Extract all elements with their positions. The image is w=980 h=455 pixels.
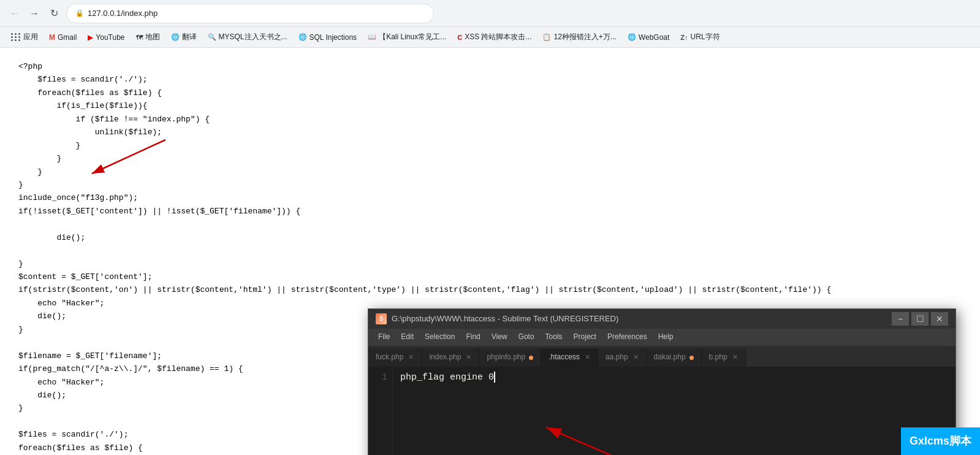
tab-fuck-php-label: fuck.php: [376, 351, 403, 363]
mysql-icon: 🔍: [208, 33, 216, 41]
mysql-label: MYSQL注入天书之...: [219, 32, 287, 42]
line-number-1: 1: [373, 370, 387, 384]
code-text: php_flag engine 0: [400, 372, 494, 383]
tab-fuck-php[interactable]: fuck.php ✕: [368, 348, 422, 367]
youtube-icon: ▶: [88, 33, 93, 42]
bookmark-url[interactable]: Z↑ URL字符: [675, 29, 724, 45]
tab-phpinfo-php-label: phpinfo.php: [487, 351, 525, 363]
main-content: <?php $files = scandir('./'); foreach($f…: [0, 48, 980, 455]
menu-help[interactable]: Help: [653, 329, 678, 345]
gxlcms-badge-text: Gxlcms脚本: [910, 435, 971, 447]
bookmark-translate[interactable]: 🌐 翻译: [166, 29, 202, 45]
sqlerror-label: 12种报错注入+万...: [553, 32, 616, 42]
bookmark-sqlerror[interactable]: 📋 12种报错注入+万...: [537, 29, 621, 45]
code-line-1: php_flag engine 0: [400, 372, 495, 383]
menu-project[interactable]: Project: [569, 329, 601, 345]
gmail-label: Gmail: [58, 33, 77, 42]
bookmark-sqlinjections[interactable]: 🌐 SQL Injections: [294, 31, 362, 44]
tab-htaccess-label: .htaccess: [549, 351, 580, 363]
close-button[interactable]: ✕: [931, 312, 948, 326]
menu-edit[interactable]: Edit: [396, 329, 419, 345]
bookmark-youtube[interactable]: ▶ YouTube: [83, 31, 129, 44]
webgoat-icon: 🌐: [628, 33, 636, 41]
address-bar[interactable]: 🔒 127.0.0.1/index.php: [66, 4, 434, 23]
apps-grid-icon: [11, 33, 21, 41]
menu-goto[interactable]: Goto: [514, 329, 539, 345]
tab-phpinfo-modified-dot: [529, 356, 533, 360]
sql-icon: 🌐: [298, 33, 307, 41]
bookmark-mysql[interactable]: 🔍 MYSQL注入天书之...: [203, 29, 292, 45]
back-button[interactable]: ←: [6, 5, 23, 22]
bookmark-maps[interactable]: 🗺 地图: [131, 29, 165, 45]
menu-view[interactable]: View: [487, 329, 512, 345]
sublime-logo-icon: S: [376, 313, 387, 324]
tab-fuck-php-close[interactable]: ✕: [408, 352, 414, 363]
minimize-button[interactable]: −: [892, 312, 909, 326]
sql-label: SQL Injections: [310, 33, 357, 42]
tab-htaccess[interactable]: .htaccess ✕: [541, 348, 598, 367]
tab-aa-php-label: aa.php: [606, 351, 628, 363]
tab-b-php-label: b.php: [709, 351, 727, 363]
youtube-label: YouTube: [96, 33, 124, 42]
bookmark-gmail[interactable]: M Gmail: [44, 31, 82, 44]
translate-label: 翻译: [182, 32, 197, 42]
maps-label: 地图: [145, 32, 160, 42]
sublime-menubar: File Edit Selection Find View Goto Tools…: [368, 329, 955, 346]
xss-icon: C: [457, 34, 462, 41]
apps-label: 应用: [23, 32, 38, 42]
url-label: URL字符: [691, 32, 720, 42]
maximize-button[interactable]: ☐: [911, 312, 929, 326]
kali-label: 【Kali Linux常见工...: [379, 32, 446, 42]
bookmarks-bar: 应用 M Gmail ▶ YouTube 🗺 地图 🌐 翻译 🔍 MYSQL注入…: [0, 27, 980, 48]
tab-index-php-close[interactable]: ✕: [466, 352, 471, 363]
browser-toolbar: ← → ↻ 🔒 127.0.0.1/index.php: [0, 0, 980, 27]
tab-b-php[interactable]: b.php ✕: [702, 348, 746, 367]
xss-label: XSS 跨站脚本攻击...: [465, 32, 531, 42]
maps-icon: 🗺: [136, 34, 143, 41]
tab-aa-php[interactable]: aa.php ✕: [598, 348, 647, 367]
tab-index-php[interactable]: index.php ✕: [422, 348, 479, 367]
url-text: 127.0.0.1/index.php: [88, 9, 158, 18]
menu-file[interactable]: File: [373, 329, 395, 345]
bookmark-webgoat[interactable]: 🌐 WebGoat: [623, 31, 674, 44]
menu-find[interactable]: Find: [461, 329, 485, 345]
lock-icon: 🔒: [75, 9, 84, 17]
tab-dakai-php-label: dakai.php: [654, 351, 686, 363]
sqlerror-icon: 📋: [542, 33, 551, 41]
apps-icon-button[interactable]: 应用: [6, 29, 43, 45]
text-cursor: [494, 372, 495, 383]
menu-tools[interactable]: Tools: [541, 329, 568, 345]
kali-icon: 📖: [368, 33, 376, 41]
tab-htaccess-close[interactable]: ✕: [585, 352, 590, 363]
tab-phpinfo-php[interactable]: phpinfo.php: [479, 348, 541, 367]
forward-button[interactable]: →: [26, 5, 43, 22]
editor-code-area[interactable]: php_flag engine 0: [393, 367, 955, 455]
sublime-text-window: S G:\phpstudy\WWW\.htaccess - Sublime Te…: [368, 308, 956, 455]
tab-dakai-php[interactable]: dakai.php: [647, 348, 702, 367]
sublime-title-text: G:\phpstudy\WWW\.htaccess - Sublime Text…: [392, 313, 618, 326]
sublime-title: S G:\phpstudy\WWW\.htaccess - Sublime Te…: [376, 313, 618, 326]
gxlcms-badge: Gxlcms脚本: [901, 427, 980, 455]
url-icon: Z↑: [680, 34, 688, 41]
menu-preferences[interactable]: Preferences: [602, 329, 652, 345]
bookmark-xss[interactable]: C XSS 跨站脚本攻击...: [452, 29, 536, 45]
tab-index-php-label: index.php: [429, 351, 461, 363]
translate-icon: 🌐: [171, 33, 180, 41]
bookmark-kali[interactable]: 📖 【Kali Linux常见工...: [363, 29, 451, 45]
sublime-tabs: fuck.php ✕ index.php ✕ phpinfo.php .htac…: [368, 346, 955, 367]
tab-aa-php-close[interactable]: ✕: [633, 352, 639, 363]
line-numbers: 1: [368, 367, 393, 455]
webgoat-label: WebGoat: [639, 33, 669, 42]
reload-button[interactable]: ↻: [45, 5, 63, 22]
sublime-titlebar: S G:\phpstudy\WWW\.htaccess - Sublime Te…: [368, 309, 955, 329]
tab-b-php-close[interactable]: ✕: [732, 352, 738, 363]
sublime-editor: 1 php_flag engine 0: [368, 367, 955, 455]
menu-selection[interactable]: Selection: [420, 329, 460, 345]
tab-dakai-modified-dot: [689, 356, 694, 360]
nav-buttons: ← → ↻: [6, 5, 63, 22]
sublime-window-controls: − ☐ ✕: [892, 312, 948, 326]
gmail-icon: M: [49, 33, 55, 42]
